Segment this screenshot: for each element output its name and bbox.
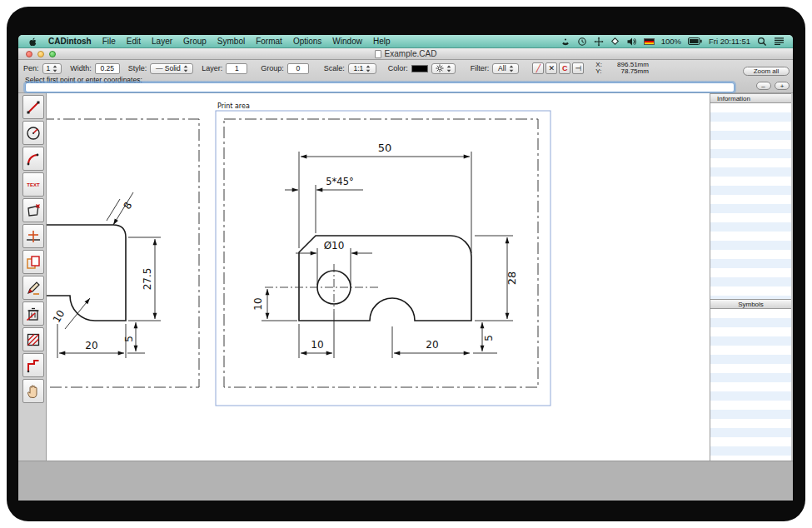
move-arrows-icon[interactable] [594,37,604,47]
sheet-frame-right [224,119,538,387]
trash-icon [25,306,42,322]
pan-tool-button[interactable] [22,379,44,403]
scale-label: Scale: [324,64,345,72]
menu-item-layer[interactable]: Layer [152,37,172,46]
hatch-icon [25,331,42,348]
hatch-tool-button[interactable] [22,327,44,351]
menu-item-options[interactable]: Options [293,37,321,46]
zoom-button[interactable] [49,51,56,57]
dim-label: 27.5 [142,268,153,291]
phone-icon[interactable] [560,37,570,47]
history-clock-icon[interactable] [577,37,587,47]
dimension-tool-button[interactable] [22,224,44,248]
copy-mode-toggle[interactable]: C [559,62,570,74]
corner-tool-button[interactable] [22,353,44,377]
menu-item-group[interactable]: Group [183,37,207,46]
minimize-button[interactable] [37,51,44,57]
snap-mode-toggle[interactable]: ⊣ [572,62,584,74]
style-label: Style: [128,64,147,72]
dim-label: 10 [252,297,264,310]
gear-icon [436,64,444,72]
popup-arrows-icon [509,65,514,72]
zoom-in-button[interactable]: + [775,82,790,90]
symbols-header: Symbols [710,299,791,309]
battery-percent: 100% [661,37,681,46]
coordinate-input[interactable] [25,82,735,92]
menu-item-file[interactable]: File [102,37,116,46]
dim-label: 5*45° [326,176,353,187]
color-swatch[interactable] [411,65,428,72]
menu-item-format[interactable]: Format [256,37,282,46]
menu-bar: CADintosh File Edit Layer Group Symbol F… [18,35,793,48]
popup-arrows-icon [183,65,188,72]
dimension-icon [25,228,42,245]
screen: CADintosh File Edit Layer Group Symbol F… [18,35,793,501]
information-header: Information [710,93,791,103]
tool-palette: TEXT [22,95,44,405]
dim-label: 10 [51,308,67,325]
left-part-outline [47,225,126,321]
hand-icon [25,383,42,400]
print-area-label: Print area [217,102,250,110]
group-label: Group: [261,64,284,72]
pen-settings-popup[interactable] [431,63,456,74]
dim-label: 28 [506,271,518,286]
coord-y-label: Y: [595,68,602,76]
style-popup[interactable]: — Solid [150,63,193,74]
width-field[interactable]: 0.25 [95,63,120,74]
menu-list-icon[interactable] [774,37,785,46]
pen-mode-toggle[interactable]: ╱ [532,62,544,74]
filter-popup[interactable]: All [492,63,519,74]
text-tool-label: TEXT [27,182,39,187]
toolbar-area: Pen: 1 Width: 0.25 Style: — Solid Layer:… [18,60,793,93]
polygon-icon [25,202,42,219]
volume-icon[interactable] [626,37,637,47]
popup-arrows-icon [446,65,451,72]
text-tool-button[interactable]: TEXT [22,172,44,197]
polygon-tool-button[interactable] [22,198,44,222]
layer-field[interactable]: 1 [226,63,247,74]
menu-app-name[interactable]: CADintosh [48,37,92,46]
filter-label: Filter: [471,64,490,72]
arc-icon [25,151,42,167]
line-icon [25,99,42,116]
menu-item-help[interactable]: Help [373,37,391,46]
pencil-icon [25,280,42,296]
zoom-all-button[interactable]: Zoom all [743,67,790,76]
popup-arrows-icon [52,65,57,72]
copy-tool-button[interactable] [22,250,44,274]
information-list[interactable] [710,103,791,299]
document-icon [375,50,381,58]
width-label: Width: [70,64,92,72]
scale-popup[interactable]: 1:1 [348,63,376,74]
pen-popup[interactable]: 1 [42,63,62,74]
delete-tool-button[interactable] [22,301,44,326]
info-panel: Information Symbols [710,93,791,461]
close-button[interactable] [26,51,32,57]
coord-y-value: 78.75mm [605,68,649,76]
modify-tool-button[interactable] [22,276,44,300]
circle-icon [25,125,42,142]
german-flag-icon[interactable] [644,38,655,45]
spotlight-search-icon[interactable] [757,37,767,47]
menu-item-window[interactable]: Window [332,37,362,46]
battery-icon[interactable] [688,37,702,46]
menu-item-symbol[interactable]: Symbol [217,37,245,46]
cad-drawing: Print area 8 27.5 20 [47,93,710,461]
menu-clock[interactable]: Fri 20:11:51 [709,37,750,46]
monitor-bezel: CADintosh File Edit Layer Group Symbol F… [7,7,805,521]
symbols-list[interactable] [710,309,791,461]
zoom-out-button[interactable]: – [756,82,771,90]
apple-menu-icon[interactable] [28,37,37,47]
arc-tool-button[interactable] [22,147,44,171]
color-label: Color: [388,64,408,72]
drawing-canvas[interactable]: Print area 8 27.5 20 [46,93,710,461]
diamond-icon[interactable] [610,37,620,46]
circle-tool-button[interactable] [22,121,44,145]
delete-mode-toggle[interactable]: ✕ [545,62,557,74]
menu-item-edit[interactable]: Edit [127,37,141,46]
dim-label: 50 [378,142,392,154]
line-tool-button[interactable] [22,95,44,119]
print-area-border [216,111,550,406]
group-field[interactable]: 0 [287,63,309,74]
